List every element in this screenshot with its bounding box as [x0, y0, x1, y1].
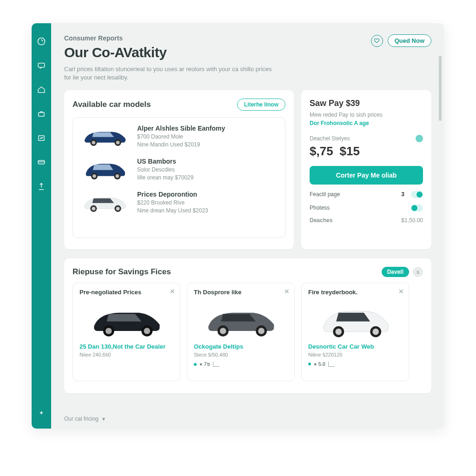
svg-point-6 [92, 141, 95, 145]
tile-title: Pre-negoliated Prices [79, 289, 173, 296]
chart-icon[interactable] [36, 133, 46, 143]
deaches-value: $1,50.00 [401, 217, 423, 224]
savings-card: Riepuse for Savings Fices Davell s Pre-n… [64, 258, 431, 393]
toggle2-label: Photess [310, 205, 330, 211]
tile-title: Fire treyderbook. [308, 289, 402, 296]
quote-button[interactable]: Qued Now [388, 34, 431, 47]
footer-dropdown[interactable]: Our cal fricing▼ [64, 416, 106, 422]
car-image-icon [79, 300, 173, 340]
pay-label: Deachel Stelyes [310, 135, 350, 142]
tile-title: Th Dosprore like [194, 289, 288, 296]
svg-point-26 [336, 329, 342, 335]
pay-sub2: Dor Frohonsolic A age [310, 120, 423, 126]
models-action-button[interactable]: Literhe linow [237, 99, 285, 111]
model-name: Alper Alshles Sible Eanfomy [137, 125, 225, 132]
tile-link[interactable]: Desnortic Car Car Web [308, 343, 402, 350]
svg-point-24 [258, 328, 264, 335]
svg-point-22 [220, 328, 226, 335]
sparkle-icon[interactable] [36, 409, 46, 419]
pay-card: Saw Pay $39 Mew reded Pay to sish prices… [301, 90, 431, 249]
close-icon[interactable]: ✕ [284, 288, 290, 295]
tile-rating: ● פ7 [194, 361, 288, 367]
pay-cta-button[interactable]: Corter Pay Me oliab [310, 166, 423, 185]
tile-link[interactable]: Ockogate Deltips [194, 343, 288, 350]
model-name: Prices Deporontion [137, 191, 208, 198]
model-line1: Solor Descdles [137, 166, 193, 173]
list-item[interactable]: Prices Deporontion $220 Brooked Rive Nin… [79, 189, 278, 215]
tile-meta: Slece §/50,480 [194, 352, 288, 357]
page-title: Our Co-AVatkity [64, 45, 431, 60]
models-card: Available car models Literhe linow Alper… [64, 90, 294, 249]
chat-icon[interactable] [36, 60, 46, 71]
model-line2: Nine Mandin Used $2019 [137, 141, 225, 148]
main-content: Qued Now Consumer Reports Our Co-AVatkit… [51, 23, 444, 429]
svg-rect-2 [39, 112, 44, 116]
favorite-button[interactable] [371, 35, 383, 47]
card-icon[interactable] [36, 157, 46, 167]
toggle-2[interactable] [411, 205, 423, 212]
svg-point-20 [144, 328, 150, 335]
tile-meta: Niline §220120 [308, 352, 402, 357]
sidebar [32, 23, 51, 429]
model-name: US Bambors [137, 158, 193, 165]
list-item[interactable]: US Bambors Solor Descdles Iille orean ma… [79, 156, 278, 182]
upload-icon[interactable] [36, 181, 46, 192]
svg-point-0 [38, 38, 45, 45]
tile-rating: ● 5.0 [308, 361, 402, 367]
car-image-icon [308, 300, 402, 340]
pay-sub1: Mew reded Pay to sish prices [310, 111, 423, 119]
page-subtitle: Carl prices tiltation stuncerieal to you… [64, 65, 278, 82]
list-item[interactable]: Alper Alshles Sible Eanfomy $700 Daored … [79, 123, 278, 149]
toggle1-value: 3 [401, 191, 404, 198]
model-line1: $220 Brooked Rive [137, 199, 208, 206]
toggle1-label: Feactil page [310, 191, 340, 198]
model-list: Alper Alshles Sible Eanfomy $700 Daored … [73, 117, 285, 238]
svg-point-28 [372, 329, 379, 335]
scrollbar[interactable] [439, 56, 442, 121]
model-line2: Nine drean May Used $2023 [137, 207, 208, 214]
car-thumb-icon [79, 189, 131, 215]
model-line1: $700 Daored Mole [137, 133, 225, 140]
svg-point-12 [116, 174, 119, 178]
dashboard-icon[interactable] [36, 36, 46, 46]
pay-amount-2: $15 [340, 144, 360, 159]
chevron-down-icon: ▼ [101, 416, 106, 422]
home-icon[interactable] [36, 85, 46, 95]
savings-badge[interactable]: Davell [382, 267, 409, 277]
close-icon[interactable]: ✕ [398, 288, 404, 295]
app-frame: Qued Now Consumer Reports Our Co-AVatkit… [32, 23, 444, 429]
svg-point-16 [116, 207, 120, 211]
models-title: Available car models [73, 100, 151, 109]
pay-title: Saw Pay $39 [310, 99, 423, 108]
svg-point-8 [116, 141, 120, 145]
car-thumb-icon [79, 123, 131, 149]
svg-point-10 [93, 174, 96, 178]
status-dot-icon [416, 135, 423, 142]
model-line2: Iille orean may $70029 [137, 174, 193, 181]
toggle-1[interactable] [411, 191, 423, 198]
pay-amount-1: $,75 [310, 144, 333, 159]
briefcase-icon[interactable] [36, 109, 46, 119]
close-icon[interactable]: ✕ [170, 288, 175, 295]
savings-tile[interactable]: Fire treyderbook. ✕ Desnortic Car Car We… [301, 283, 409, 381]
savings-title: Riepuse for Savings Fices [73, 267, 171, 277]
tile-meta: Niiee 240,6Ii0 [79, 352, 173, 357]
deaches-label: Deaches [310, 217, 332, 224]
car-image-icon [194, 300, 288, 340]
svg-rect-1 [38, 63, 45, 67]
svg-point-18 [106, 328, 112, 335]
savings-chip[interactable]: s [413, 267, 423, 277]
svg-point-14 [92, 207, 95, 211]
savings-tile[interactable]: Th Dosprore like ✕ Ockogate Deltips Slec… [187, 283, 295, 381]
car-thumb-icon [79, 156, 131, 182]
tile-link[interactable]: 25 Dan 130,Not the Car Dealer [79, 343, 173, 350]
savings-tile[interactable]: Pre-negoliated Prices ✕ 25 Dan 130,Not t… [73, 283, 180, 381]
